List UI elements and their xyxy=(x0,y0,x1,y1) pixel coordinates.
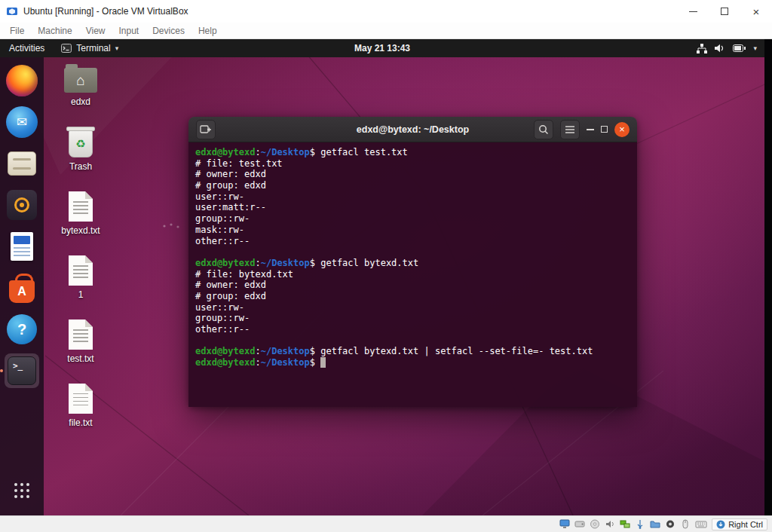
vbox-menubar: File Machine View Input Devices Help xyxy=(0,23,772,39)
home-folder-icon: ⌂ xyxy=(64,68,97,93)
menu-devices[interactable]: Devices xyxy=(146,26,191,36)
desktop-icon-file-txt[interactable]: file.txt xyxy=(56,384,106,428)
status-recording-icon[interactable] xyxy=(665,519,676,529)
desktop-icon-label: file.txt xyxy=(69,417,92,428)
dock-item-libreoffice-writer[interactable] xyxy=(5,229,39,264)
terminal-line: # file: bytexd.txt xyxy=(195,269,630,280)
libreoffice-writer-icon xyxy=(11,232,33,261)
desktop-icon-1[interactable]: 1 xyxy=(56,255,106,300)
help-mark-glyph: ? xyxy=(17,321,26,338)
terminal-line: group::rw- xyxy=(195,213,630,225)
terminal-output[interactable]: edxd@bytexd:~/Desktop$ getfacl test.txt#… xyxy=(188,142,637,407)
app-menu-label: Terminal xyxy=(76,43,110,54)
terminal-minimize-button[interactable] xyxy=(587,129,594,130)
terminal-line: edxd@bytexd:~/Desktop$ getfacl bytexd.tx… xyxy=(195,258,630,269)
firefox-icon xyxy=(6,65,38,96)
dock-item-thunderbird[interactable]: ✉ xyxy=(5,105,39,139)
dock-item-ubuntu-software[interactable]: A xyxy=(5,271,39,305)
software-letter-glyph: A xyxy=(17,285,26,298)
new-tab-icon xyxy=(200,124,212,134)
terminal-titlebar[interactable]: edxd@bytexd: ~/Desktop xyxy=(188,117,637,142)
terminal-icon: >_ xyxy=(8,356,36,385)
text-file-icon xyxy=(69,384,93,414)
new-tab-button[interactable] xyxy=(196,120,216,139)
dock-item-firefox[interactable] xyxy=(5,63,39,98)
menu-input[interactable]: Input xyxy=(112,26,146,36)
clock[interactable]: May 21 13:43 xyxy=(354,43,410,54)
desktop-icon-test-txt[interactable]: test.txt xyxy=(56,320,106,364)
desktop-icon-label: 1 xyxy=(78,289,84,300)
show-applications-icon xyxy=(14,483,29,498)
ubuntu-desktop[interactable]: Activities Terminal ▾ May 21 13:43 xyxy=(0,39,764,515)
maximize-icon xyxy=(721,8,728,15)
desktop-icon-bytexd-txt[interactable]: bytexd.txt xyxy=(56,191,106,236)
window-controls: × xyxy=(677,0,772,23)
status-usb-icon[interactable] xyxy=(635,519,645,529)
battery-icon xyxy=(733,44,746,52)
terminal-line: # owner: edxd xyxy=(195,169,630,180)
status-hdd-icon[interactable] xyxy=(574,519,585,529)
search-button[interactable] xyxy=(534,120,553,139)
hamburger-icon xyxy=(565,125,575,134)
trash-icon: ♻ xyxy=(69,130,93,157)
terminal-close-button[interactable]: × xyxy=(614,122,630,137)
terminal-mini-icon xyxy=(61,44,72,53)
activities-button[interactable]: Activities xyxy=(0,39,54,57)
text-file-icon xyxy=(69,320,93,350)
window-minimize-button[interactable] xyxy=(677,0,709,23)
close-icon: × xyxy=(753,6,760,17)
terminal-line: user::rw- xyxy=(195,302,630,313)
window-close-button[interactable]: × xyxy=(740,0,772,23)
terminal-line: mask::rw- xyxy=(195,225,630,236)
terminal-line: edxd@bytexd:~/Desktop$ getfacl test.txt xyxy=(195,147,630,158)
status-audio-icon[interactable] xyxy=(605,519,615,529)
status-mouse-icon[interactable] xyxy=(680,519,691,529)
volume-icon xyxy=(715,44,725,53)
vm-screen: Activities Terminal ▾ May 21 13:43 xyxy=(0,39,772,515)
rhythmbox-icon xyxy=(7,190,37,220)
desktop-icon-trash[interactable]: ♻ Trash xyxy=(56,127,106,172)
desktop-icon-label: edxd xyxy=(71,96,90,107)
dock-item-terminal[interactable]: >_ xyxy=(5,353,39,388)
dock-item-files[interactable] xyxy=(5,146,39,181)
help-icon: ? xyxy=(7,314,37,344)
menu-machine[interactable]: Machine xyxy=(31,26,78,36)
gnome-topbar: Activities Terminal ▾ May 21 13:43 xyxy=(0,39,764,57)
terminal-line: other::r-- xyxy=(195,324,630,335)
minimize-icon xyxy=(689,11,697,12)
show-applications-button[interactable] xyxy=(5,473,39,508)
menu-button[interactable] xyxy=(560,120,580,139)
vbox-statusbar: Right Ctrl xyxy=(0,515,772,532)
host-key-indicator: Right Ctrl xyxy=(712,518,767,530)
files-icon xyxy=(8,151,36,176)
system-tray[interactable]: ▾ xyxy=(697,39,764,57)
network-icon xyxy=(697,44,707,54)
virtualbox-logo-icon xyxy=(6,5,18,17)
status-keyboard-icon[interactable] xyxy=(695,519,707,529)
menu-help[interactable]: Help xyxy=(191,26,224,36)
terminal-line: # owner: edxd xyxy=(195,280,630,291)
tray-chevron-down-icon: ▾ xyxy=(753,44,757,52)
status-shared-folders-icon[interactable] xyxy=(650,519,660,529)
status-optical-icon[interactable] xyxy=(590,519,600,529)
ubuntu-software-icon: A xyxy=(9,280,35,303)
desktop-icon-edxd[interactable]: ⌂ edxd xyxy=(56,62,106,107)
menu-file[interactable]: File xyxy=(3,26,31,36)
host-key-label: Right Ctrl xyxy=(728,520,763,529)
status-display-icon[interactable] xyxy=(559,519,570,529)
dock-item-help[interactable]: ? xyxy=(5,312,39,347)
terminal-line xyxy=(195,335,630,347)
vbox-titlebar[interactable]: Ubuntu [Running] - Oracle VM VirtualBox … xyxy=(0,0,772,23)
status-network-icon[interactable] xyxy=(620,519,630,529)
terminal-line: group::rw- xyxy=(195,313,630,324)
dock-item-rhythmbox[interactable] xyxy=(5,188,39,222)
activities-label: Activities xyxy=(9,43,44,54)
menu-view[interactable]: View xyxy=(79,26,112,36)
terminal-line: user:matt:r-- xyxy=(195,202,630,213)
terminal-line xyxy=(195,246,630,258)
window-maximize-button[interactable] xyxy=(709,0,740,23)
terminal-line: # group: edxd xyxy=(195,180,630,191)
terminal-line: edxd@bytexd:~/Desktop$ xyxy=(195,357,630,368)
app-menu-terminal[interactable]: Terminal ▾ xyxy=(54,39,126,57)
terminal-maximize-button[interactable] xyxy=(601,126,608,133)
